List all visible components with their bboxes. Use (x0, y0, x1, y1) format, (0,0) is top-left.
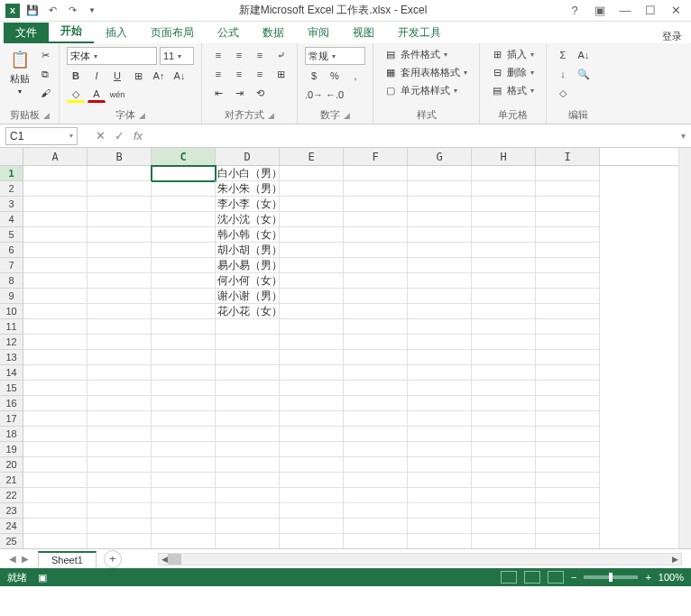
cell[interactable] (472, 396, 536, 411)
cell[interactable] (152, 427, 216, 442)
cell[interactable] (408, 457, 472, 473)
cell[interactable] (216, 473, 280, 488)
cell[interactable] (88, 519, 152, 534)
add-sheet-button[interactable]: + (104, 550, 122, 568)
cell[interactable] (344, 289, 408, 304)
decrease-decimal-icon[interactable]: ←.0 (326, 87, 344, 103)
cell[interactable] (472, 365, 536, 381)
cell[interactable] (152, 350, 216, 365)
cell[interactable] (408, 396, 472, 411)
orientation-icon[interactable]: ⟲ (251, 85, 269, 101)
cell[interactable]: 谢小谢（男） (216, 289, 280, 304)
insert-cells-button[interactable]: ⊞插入▾ (487, 47, 539, 62)
cell[interactable] (152, 335, 216, 350)
cell[interactable] (472, 258, 536, 273)
cell[interactable] (536, 335, 600, 350)
view-normal-icon[interactable] (501, 571, 517, 584)
help-icon[interactable]: ? (567, 3, 583, 19)
cell[interactable] (408, 488, 472, 503)
cell[interactable] (344, 304, 408, 319)
cell[interactable] (216, 519, 280, 534)
formula-input[interactable] (150, 127, 675, 145)
login-link[interactable]: 登录 (662, 30, 691, 43)
row-header[interactable]: 21 (0, 473, 23, 488)
view-page-break-icon[interactable] (548, 571, 564, 584)
cell[interactable] (280, 166, 344, 181)
cell[interactable] (152, 534, 216, 548)
row-header[interactable]: 18 (0, 427, 23, 442)
cell[interactable] (280, 258, 344, 273)
cell[interactable] (472, 503, 536, 519)
row-header[interactable]: 11 (0, 319, 23, 335)
view-page-layout-icon[interactable] (524, 571, 540, 584)
row-header[interactable]: 2 (0, 181, 23, 197)
cell[interactable] (408, 181, 472, 197)
cell[interactable] (88, 411, 152, 427)
column-header[interactable]: I (536, 148, 600, 165)
cell[interactable] (152, 273, 216, 289)
scroll-thumb[interactable] (168, 554, 181, 565)
cell[interactable] (88, 212, 152, 227)
cell[interactable]: 李小李（女） (216, 197, 280, 212)
cell[interactable] (536, 258, 600, 273)
macro-record-icon[interactable]: ▣ (38, 572, 47, 584)
cell[interactable] (88, 442, 152, 457)
cell[interactable] (536, 381, 600, 396)
cell[interactable] (344, 488, 408, 503)
conditional-formatting-button[interactable]: ▤条件格式▾ (381, 47, 472, 62)
cell[interactable] (280, 442, 344, 457)
wrap-text-icon[interactable]: ⤶ (272, 47, 290, 63)
number-format-combo[interactable]: 常规▾ (305, 47, 365, 65)
cell[interactable] (280, 335, 344, 350)
cell[interactable] (408, 442, 472, 457)
row-header[interactable]: 4 (0, 212, 23, 227)
cell[interactable] (344, 350, 408, 365)
ribbon-options-icon[interactable]: ▣ (592, 3, 608, 19)
cell[interactable] (216, 457, 280, 473)
tab-formulas[interactable]: 公式 (206, 23, 251, 43)
decrease-indent-icon[interactable]: ⇤ (209, 85, 227, 101)
cell[interactable] (536, 319, 600, 335)
close-icon[interactable]: ✕ (668, 3, 684, 19)
cell[interactable] (23, 227, 88, 243)
cell[interactable] (536, 457, 600, 473)
cell[interactable] (344, 427, 408, 442)
cell[interactable] (216, 503, 280, 519)
cell[interactable] (152, 181, 216, 197)
cell[interactable]: 胡小胡（男） (216, 243, 280, 258)
row-header[interactable]: 3 (0, 197, 23, 212)
cell[interactable] (344, 181, 408, 197)
cell[interactable]: 易小易（男） (216, 258, 280, 273)
cell[interactable] (280, 243, 344, 258)
cell[interactable] (152, 396, 216, 411)
cell[interactable] (23, 289, 88, 304)
cell[interactable] (280, 181, 344, 197)
cell[interactable] (280, 411, 344, 427)
cell[interactable] (408, 503, 472, 519)
column-header[interactable]: H (472, 148, 536, 165)
cell[interactable] (152, 503, 216, 519)
cell[interactable] (152, 457, 216, 473)
cell[interactable] (152, 243, 216, 258)
tab-insert[interactable]: 插入 (94, 23, 139, 43)
tab-data[interactable]: 数据 (251, 23, 296, 43)
border-button[interactable]: ⊞ (129, 68, 147, 84)
cell[interactable] (472, 319, 536, 335)
cell[interactable] (216, 488, 280, 503)
column-header[interactable]: F (344, 148, 408, 165)
vertical-scrollbar[interactable] (678, 148, 691, 548)
cell[interactable] (536, 273, 600, 289)
cell[interactable]: 沈小沈（女） (216, 212, 280, 227)
cell[interactable] (472, 519, 536, 534)
zoom-out-icon[interactable]: − (571, 572, 576, 583)
cell[interactable] (408, 289, 472, 304)
cell[interactable] (472, 243, 536, 258)
cell[interactable] (408, 212, 472, 227)
cell[interactable] (88, 289, 152, 304)
cell[interactable] (23, 197, 88, 212)
cell[interactable] (408, 381, 472, 396)
row-header[interactable]: 20 (0, 457, 23, 473)
row-header[interactable]: 22 (0, 488, 23, 503)
cell[interactable] (344, 473, 408, 488)
name-box[interactable]: C1▾ (5, 127, 78, 145)
